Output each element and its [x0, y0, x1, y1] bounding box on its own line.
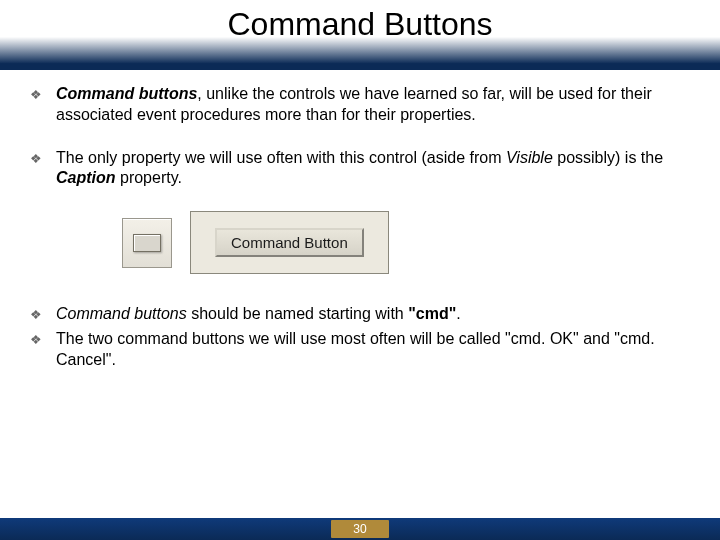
toolbox-button-icon [122, 218, 172, 268]
slide-body: ❖ Command buttons, unlike the controls w… [0, 70, 720, 371]
bullet-icon: ❖ [30, 87, 42, 104]
illustration-row: Command Button [122, 211, 688, 274]
bullet-4: ❖ The two command buttons we will use mo… [30, 329, 688, 371]
bullet-4-text: The two command buttons we will use most… [56, 329, 688, 371]
bullet-2-text: The only property we will use often with… [56, 148, 688, 190]
bullet-icon: ❖ [30, 151, 42, 168]
bullet-2: ❖ The only property we will use often wi… [30, 148, 688, 190]
bullet-icon: ❖ [30, 332, 42, 349]
footer-bar: 30 [0, 518, 720, 540]
command-button-glyph-icon [133, 234, 161, 252]
page-number: 30 [331, 520, 388, 538]
title-band: Command Buttons [0, 0, 720, 70]
bullet-1: ❖ Command buttons, unlike the controls w… [30, 84, 688, 126]
sample-command-button[interactable]: Command Button [215, 228, 364, 257]
bullet-3: ❖ Command buttons should be named starti… [30, 304, 688, 325]
bullet-3-text: Command buttons should be named starting… [56, 304, 461, 325]
slide-title: Command Buttons [227, 6, 492, 43]
bullet-icon: ❖ [30, 307, 42, 324]
bullet-1-text: Command buttons, unlike the controls we … [56, 84, 688, 126]
sample-button-frame: Command Button [190, 211, 389, 274]
